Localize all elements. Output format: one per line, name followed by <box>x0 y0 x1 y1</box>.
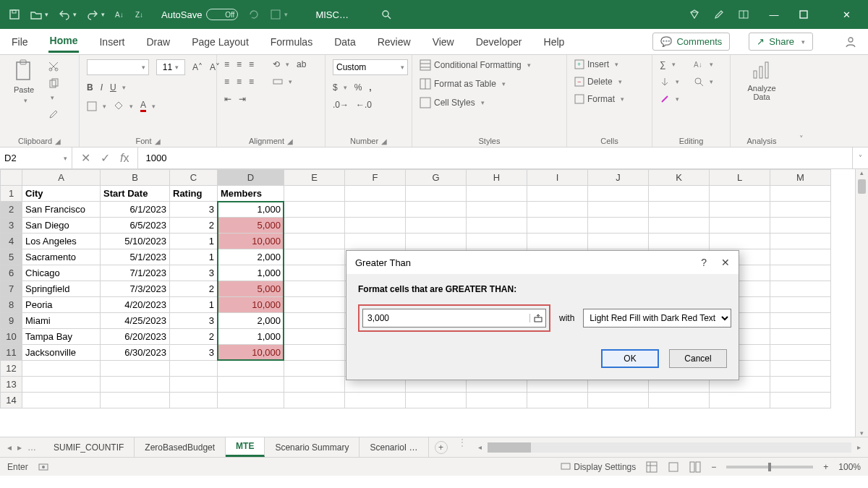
cell-E4[interactable] <box>284 234 345 249</box>
row-header-12[interactable]: 12 <box>1 361 22 377</box>
decrease-decimal-icon[interactable]: ←.0 <box>356 100 372 110</box>
format-painter-icon[interactable] <box>48 108 59 120</box>
zoom-out-button[interactable]: − <box>711 462 716 472</box>
cell-C3[interactable]: 2 <box>170 218 218 234</box>
cell-B4[interactable]: 5/10/2023 <box>101 234 170 249</box>
scrollbar-thumb[interactable] <box>858 179 866 194</box>
cell-F1[interactable] <box>345 186 406 202</box>
cell-G14[interactable] <box>406 393 467 408</box>
sort-asc-icon[interactable]: A↓ <box>115 9 125 20</box>
row-header-14[interactable]: 14 <box>1 393 22 408</box>
cell-A11[interactable]: Jacksonville <box>22 345 101 361</box>
cell-A14[interactable] <box>22 393 101 408</box>
new-sheet-button[interactable]: + <box>435 441 448 454</box>
cell-D10[interactable]: 1,000 <box>218 329 284 345</box>
cell-K4[interactable] <box>649 234 710 249</box>
row-header-11[interactable]: 11 <box>1 345 22 361</box>
clear-button[interactable]: ▾ <box>660 94 679 104</box>
cancel-button[interactable]: Cancel <box>669 349 727 368</box>
analyze-data-button[interactable]: Analyze Data <box>740 59 783 101</box>
dialog-launcher-icon[interactable]: ◢ <box>381 137 387 145</box>
view-normal-icon[interactable] <box>646 461 658 473</box>
cell-A6[interactable]: Chicago <box>22 265 101 281</box>
col-header-G[interactable]: G <box>406 170 467 186</box>
cell-H4[interactable] <box>467 234 527 249</box>
cell-H3[interactable] <box>467 218 527 234</box>
align-middle-icon[interactable]: ≡ <box>237 59 242 69</box>
dialog-launcher-icon[interactable]: ◢ <box>55 137 61 145</box>
cell-J3[interactable] <box>588 218 649 234</box>
cell-M14[interactable] <box>770 393 831 408</box>
dialog-close-icon[interactable]: ✕ <box>721 257 730 268</box>
col-header-I[interactable]: I <box>527 170 588 186</box>
cell-M4[interactable] <box>770 234 831 249</box>
col-header-A[interactable]: A <box>22 170 101 186</box>
sheet-nav-more-icon[interactable]: … <box>27 442 36 453</box>
cell-A2[interactable]: San Francisco <box>22 202 101 218</box>
comments-button[interactable]: 💬Comments <box>652 33 730 51</box>
fill-color-button[interactable]: ▾ <box>114 101 133 111</box>
fx-icon[interactable]: fx <box>120 152 129 165</box>
col-header-L[interactable]: L <box>710 170 770 186</box>
cell-F3[interactable] <box>345 218 406 234</box>
sheet-tab-scenario-summary[interactable]: Scenario Summary <box>265 437 359 457</box>
cell-D3[interactable]: 5,000 <box>218 218 284 234</box>
name-box[interactable]: D2▾ <box>0 147 72 168</box>
cell-C12[interactable] <box>170 361 218 377</box>
col-header-B[interactable]: B <box>101 170 170 186</box>
display-settings-button[interactable]: Display Settings <box>561 462 636 472</box>
cell-C13[interactable] <box>170 377 218 393</box>
cell-A13[interactable] <box>22 377 101 393</box>
sheet-nav-prev-icon[interactable]: ◂ <box>7 442 12 453</box>
cell-E10[interactable] <box>284 329 345 345</box>
cell-D12[interactable] <box>218 361 284 377</box>
italic-button[interactable]: I <box>101 82 103 93</box>
cell-B9[interactable]: 4/25/2023 <box>101 313 170 329</box>
cell-M3[interactable] <box>770 218 831 234</box>
cell-H14[interactable] <box>467 393 527 408</box>
cell-M9[interactable] <box>770 313 831 329</box>
row-header-8[interactable]: 8 <box>1 297 22 313</box>
sort-filter-button[interactable]: A↓▾ <box>694 59 713 69</box>
horizontal-scrollbar[interactable]: ◂▸ <box>471 437 869 457</box>
vertical-scrollbar[interactable]: ▴ ▾ <box>855 169 868 437</box>
view-page-layout-icon[interactable] <box>668 461 679 473</box>
cell-E1[interactable] <box>284 186 345 202</box>
cell-G3[interactable] <box>406 218 467 234</box>
maximize-button[interactable] <box>799 9 822 20</box>
orientation-icon[interactable]: ⟲▾ <box>273 59 289 69</box>
grow-font-icon[interactable]: A˄ <box>192 62 203 72</box>
cell-styles-button[interactable]: Cell Styles▾ <box>420 97 485 108</box>
cell-I2[interactable] <box>527 202 588 218</box>
cell-C8[interactable]: 1 <box>170 297 218 313</box>
cell-H1[interactable] <box>467 186 527 202</box>
cell-D1[interactable]: Members <box>218 186 284 202</box>
cell-B11[interactable]: 6/30/2023 <box>101 345 170 361</box>
view-page-break-icon[interactable] <box>689 461 701 473</box>
cell-M1[interactable] <box>770 186 831 202</box>
dialog-help-icon[interactable]: ? <box>701 257 707 268</box>
cell-G2[interactable] <box>406 202 467 218</box>
cell-E3[interactable] <box>284 218 345 234</box>
align-left-icon[interactable]: ≡ <box>224 77 229 87</box>
save-icon[interactable] <box>9 9 20 20</box>
row-header-10[interactable]: 10 <box>1 329 22 345</box>
delete-cells-button[interactable]: − Delete▾ <box>574 77 622 87</box>
tab-page-layout[interactable]: Page Layout <box>190 32 250 52</box>
col-header-D[interactable]: D <box>218 170 284 186</box>
cell-D7[interactable]: 5,000 <box>218 281 284 297</box>
tab-help[interactable]: Help <box>542 32 566 52</box>
cell-L1[interactable] <box>710 186 770 202</box>
tab-data[interactable]: Data <box>333 32 357 52</box>
accounting-format-icon[interactable]: $▾ <box>333 82 347 93</box>
percent-format-icon[interactable]: % <box>354 82 362 93</box>
format-cells-button[interactable]: Format▾ <box>574 94 624 104</box>
wrap-text-icon[interactable]: ab <box>297 59 306 69</box>
cell-A10[interactable]: Tampa Bay <box>22 329 101 345</box>
cell-I1[interactable] <box>527 186 588 202</box>
number-format-select[interactable]: Custom▾ <box>333 59 408 75</box>
undo-icon[interactable]: ▾ <box>59 9 77 20</box>
close-button[interactable]: ✕ <box>835 9 858 20</box>
cell-B6[interactable]: 7/1/2023 <box>101 265 170 281</box>
autosave-toggle[interactable]: AutoSave Off <box>161 9 238 20</box>
